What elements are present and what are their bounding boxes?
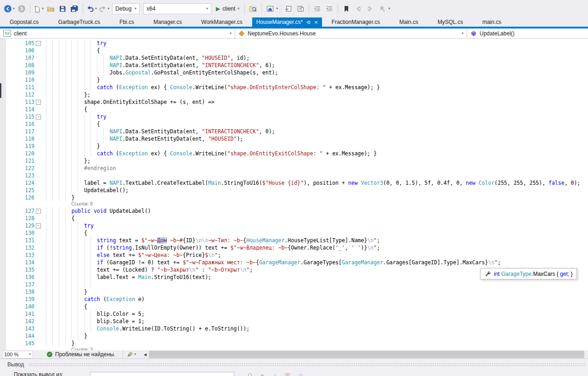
toggle-bookmark-button[interactable] bbox=[340, 3, 352, 15]
chevron-down-icon[interactable]: ▾ bbox=[95, 7, 97, 11]
code-line-131[interactable]: 131 string text = $"~w~Дом ~b~#{ID}\n\n~… bbox=[0, 237, 588, 244]
code-line-105[interactable]: 105- try bbox=[0, 40, 588, 47]
navigate-back-button[interactable]: ▾ bbox=[3, 3, 16, 15]
chevron-down-icon[interactable]: ▾ bbox=[134, 353, 136, 356]
code-line-130[interactable]: 130 { bbox=[0, 229, 588, 237]
code-line-137[interactable]: 137 bbox=[0, 281, 588, 288]
output-source-dropdown[interactable] bbox=[90, 372, 234, 376]
sync-with-active-document-button[interactable] bbox=[283, 3, 294, 15]
code-line-121[interactable]: 121 }; bbox=[0, 157, 588, 165]
type-dropdown[interactable]: NeptuneEvo.Houses.House ▾ bbox=[235, 28, 467, 38]
code-line-142[interactable]: 142 blip.Scale = 1; bbox=[0, 318, 588, 325]
code-line-106[interactable]: 106 { bbox=[0, 47, 588, 54]
open-file-button[interactable] bbox=[45, 3, 57, 15]
code-line-128[interactable]: 128 { bbox=[0, 215, 588, 222]
tab-workmanager-cs[interactable]: WorkManager.cs bbox=[192, 17, 252, 27]
next-bookmark-button[interactable] bbox=[364, 3, 376, 15]
panel-drag-handle[interactable] bbox=[28, 363, 586, 367]
tab-manager-cs[interactable]: Manager.cs bbox=[144, 17, 192, 27]
code-line-127[interactable]: 127- public void UpdateLabel() bbox=[0, 207, 588, 215]
collapse-region-icon[interactable]: - bbox=[36, 114, 41, 120]
code-line-112[interactable]: 112 }; bbox=[0, 91, 588, 98]
code-line-109[interactable]: 109 Jobs.Gopostal.GoPostal_onEntityEnter… bbox=[0, 69, 588, 76]
undo-button[interactable]: ▾ bbox=[85, 3, 98, 15]
code-line-132[interactable]: 132 if (!string.IsNullOrEmpty(Owner)) te… bbox=[0, 244, 588, 251]
collapse-region-icon[interactable]: - bbox=[36, 41, 41, 46]
project-dropdown[interactable]: C# client ▾ bbox=[0, 28, 235, 38]
pin-button[interactable] bbox=[306, 20, 311, 25]
code-line-126[interactable]: 126 } bbox=[0, 194, 588, 201]
code-line-145[interactable]: 145 } bbox=[0, 340, 588, 347]
tab-mysql-cs[interactable]: MySQL.cs bbox=[428, 17, 473, 27]
decrease-indent-button[interactable] bbox=[311, 3, 323, 15]
previous-bookmark-button[interactable] bbox=[352, 3, 364, 15]
chevron-down-icon[interactable]: ▾ bbox=[388, 7, 390, 11]
save-button[interactable] bbox=[57, 3, 68, 15]
code-line-111[interactable]: 111 catch (Exception ex) { Console.Write… bbox=[0, 84, 588, 91]
save-all-button[interactable] bbox=[68, 3, 80, 15]
code-line-125[interactable]: 125 UpdateLabel(); bbox=[0, 187, 588, 194]
scroll-left-arrow[interactable]: ◀ bbox=[144, 353, 147, 357]
code-line-119[interactable]: 119 } bbox=[0, 142, 588, 150]
solution-explorer-home-button[interactable] bbox=[264, 3, 276, 15]
code-line-129[interactable]: 129- try bbox=[0, 222, 588, 229]
tab-garbagetruck-cs[interactable]: GarbageTruck.cs bbox=[48, 17, 110, 27]
code-line-144[interactable]: 144 } bbox=[0, 332, 588, 340]
code-line-110[interactable]: 110 } bbox=[0, 76, 588, 84]
redo-button[interactable]: ▾ bbox=[98, 3, 110, 15]
tab-main-cs[interactable]: Main.cs bbox=[390, 17, 428, 27]
start-debugging-button[interactable]: ▶ client ▾ bbox=[216, 6, 239, 12]
code-line-134[interactable]: 134 if (GarageID != 0) text += $"~w~Гара… bbox=[0, 259, 588, 266]
solution-platform-dropdown[interactable]: x64 ▾ bbox=[143, 3, 211, 14]
previous-message-icon[interactable] bbox=[259, 373, 266, 376]
collapse-region-icon[interactable]: - bbox=[36, 209, 41, 214]
chevron-down-icon[interactable]: ▾ bbox=[276, 7, 278, 11]
find-message-icon[interactable] bbox=[247, 373, 253, 376]
tab-main-cs[interactable]: main.cs bbox=[473, 17, 511, 27]
code-line-122[interactable]: 122 #endregion bbox=[0, 165, 588, 172]
code-line-143[interactable]: 143 Console.WriteLine(ID.ToString() + e.… bbox=[0, 325, 588, 332]
find-in-files-button[interactable] bbox=[247, 3, 259, 15]
code-line-138[interactable]: 138 } bbox=[0, 288, 588, 296]
code-line-114[interactable]: 114 { bbox=[0, 106, 588, 113]
navigate-forward-button[interactable] bbox=[16, 3, 28, 15]
word-wrap-icon[interactable] bbox=[298, 373, 304, 376]
code-line-113[interactable]: 113- shape.OnEntityExitColShape += (s, e… bbox=[0, 98, 588, 106]
collapse-region-icon[interactable]: - bbox=[36, 223, 41, 228]
solution-configuration-dropdown[interactable]: Debug ▾ bbox=[112, 3, 140, 14]
chevron-down-icon[interactable]: ▾ bbox=[237, 7, 239, 11]
code-line-118[interactable]: 118 NAPI.Data.ResetEntityData(ent, "HOUS… bbox=[0, 135, 588, 142]
editor-zoom-dropdown[interactable]: 100 % ▾ bbox=[2, 351, 33, 359]
preview-selected-items-button[interactable] bbox=[294, 3, 306, 15]
horizontal-scrollbar-thumb[interactable] bbox=[149, 351, 584, 358]
chevron-down-icon[interactable]: ▾ bbox=[13, 7, 15, 11]
code-line-139[interactable]: 139 catch (Exception e) bbox=[0, 296, 588, 303]
new-item-button[interactable]: ▾ bbox=[33, 3, 45, 15]
clear-bookmarks-button[interactable] bbox=[376, 3, 388, 15]
code-line-140[interactable]: 140 { bbox=[0, 303, 588, 310]
codelens-references[interactable]: Ссылок: 3 bbox=[71, 347, 588, 350]
codelens-references[interactable]: Ссылок: 8 bbox=[71, 201, 588, 207]
code-line-116[interactable]: 116 { bbox=[0, 120, 588, 128]
chevron-down-icon[interactable]: ▾ bbox=[107, 7, 109, 11]
tab-fbi-cs[interactable]: Fbi.cs bbox=[110, 17, 144, 27]
close-tab-button[interactable]: × bbox=[314, 19, 318, 26]
next-message-icon[interactable] bbox=[272, 373, 278, 376]
code-line-117[interactable]: 117 NAPI.Data.SetEntityData(ent, "INTERA… bbox=[0, 128, 588, 135]
horizontal-scrollbar[interactable] bbox=[148, 350, 588, 359]
member-dropdown[interactable]: UpdateLabel() bbox=[467, 28, 588, 38]
tab-housemanager-cs-[interactable]: HouseManager.cs*× bbox=[252, 17, 322, 27]
tab-gopostal-cs[interactable]: Gopostal.cs bbox=[0, 17, 48, 27]
code-line-124[interactable]: 124 label = NAPI.TextLabel.CreateTextLab… bbox=[0, 179, 588, 187]
output-panel-header[interactable]: Вывод bbox=[0, 359, 588, 368]
code-line-133[interactable]: 133 else text += $"~w~Цена: ~b~{Price}$\… bbox=[0, 251, 588, 259]
clear-all-icon[interactable] bbox=[285, 373, 291, 376]
code-line-141[interactable]: 141 blip.Color = 5; bbox=[0, 310, 588, 318]
code-editor[interactable]: 105- try106 {107 NAPI.Data.SetEntityData… bbox=[0, 39, 588, 350]
code-line-115[interactable]: 115- try bbox=[0, 113, 588, 120]
collapse-region-icon[interactable]: - bbox=[36, 100, 41, 105]
tab-fractionmanager-cs[interactable]: FractionManager.cs bbox=[322, 17, 390, 27]
increase-indent-button[interactable] bbox=[323, 3, 335, 15]
code-line-108[interactable]: 108 NAPI.Data.SetEntityData(ent, "INTERA… bbox=[0, 62, 588, 69]
code-line-120[interactable]: 120 catch (Exception ex) { Console.Write… bbox=[0, 150, 588, 157]
